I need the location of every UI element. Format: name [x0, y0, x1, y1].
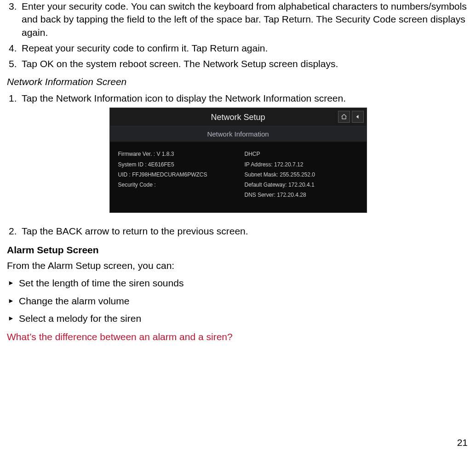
step-3: 3. Enter your security code. You can swi… — [21, 0, 469, 39]
device-left-column: Firmware Ver. : V 1.8.3 System ID : 4E61… — [118, 150, 232, 199]
step-number: 4. — [9, 42, 17, 55]
step-text: Tap the Network Information icon to disp… — [22, 93, 346, 103]
dns-server: DNS Server: 172.20.4.28 — [245, 191, 358, 199]
network-info-steps: 1. Tap the Network Information icon to d… — [7, 92, 469, 105]
step-number: 1. — [9, 92, 17, 105]
home-icon[interactable] — [338, 111, 350, 123]
page-number: 21 — [457, 436, 468, 449]
network-info-step-2: 2. Tap the BACK arrow to return to the p… — [21, 225, 469, 238]
system-id: System ID : 4E616FE5 — [118, 161, 232, 168]
step-number: 2. — [9, 225, 17, 238]
step-4: 4. Repeat your security code to confirm … — [21, 42, 469, 55]
bullet-alarm-volume: ► Change the alarm volume — [7, 295, 469, 308]
alarm-siren-question: What’s the difference between an alarm a… — [7, 331, 469, 343]
alarm-setup-heading: Alarm Setup Screen — [7, 244, 469, 256]
default-gateway: Default Gateway: 172.20.4.1 — [245, 181, 358, 188]
step-number: 5. — [9, 57, 17, 70]
device-body: Firmware Ver. : V 1.8.3 System ID : 4E61… — [110, 142, 367, 212]
device-titlebar: Network Setup — [110, 108, 367, 126]
uid: UID : FFJ98HMEDCURAM6PWZCS — [118, 171, 232, 178]
ordered-steps-continued: 3. Enter your security code. You can swi… — [7, 0, 469, 71]
step-text: Tap the BACK arrow to return to the prev… — [22, 226, 248, 236]
triangle-bullet-icon: ► — [8, 279, 14, 287]
network-info-step-1: 1. Tap the Network Information icon to d… — [21, 92, 469, 105]
firmware-version: Firmware Ver. : V 1.8.3 — [118, 150, 232, 158]
triangle-bullet-icon: ► — [8, 314, 14, 323]
step-text: Tap OK on the system reboot screen. The … — [22, 58, 338, 69]
device-subtitle: Network Information — [110, 126, 367, 142]
device-title-text: Network Setup — [211, 112, 265, 123]
device-screenshot: Network Setup Network Information Firmwa… — [109, 108, 367, 213]
security-code: Security Code : — [118, 181, 232, 188]
alarm-bullets: ► Set the length of time the siren sound… — [7, 277, 469, 325]
network-info-steps-cont: 2. Tap the BACK arrow to return to the p… — [7, 225, 469, 238]
network-info-heading: Network Information Screen — [7, 75, 469, 88]
triangle-bullet-icon: ► — [8, 296, 14, 305]
dhcp-label: DHCP — [245, 150, 358, 158]
step-5: 5. Tap OK on the system reboot screen. T… — [21, 57, 469, 70]
step-number: 3. — [9, 0, 17, 13]
bullet-siren-length: ► Set the length of time the siren sound… — [7, 277, 469, 290]
subnet-mask: Subnet Mask: 255.255.252.0 — [245, 171, 358, 178]
step-text: Enter your security code. You can switch… — [22, 1, 467, 38]
back-icon[interactable] — [352, 111, 364, 123]
alarm-intro: From the Alarm Setup screen, you can: — [7, 259, 469, 272]
step-text: Repeat your security code to confirm it.… — [22, 43, 268, 53]
ip-address: IP Address: 172.20.7.12 — [245, 161, 358, 168]
bullet-select-melody: ► Select a melody for the siren — [7, 312, 469, 325]
device-right-column: DHCP IP Address: 172.20.7.12 Subnet Mask… — [245, 150, 358, 199]
